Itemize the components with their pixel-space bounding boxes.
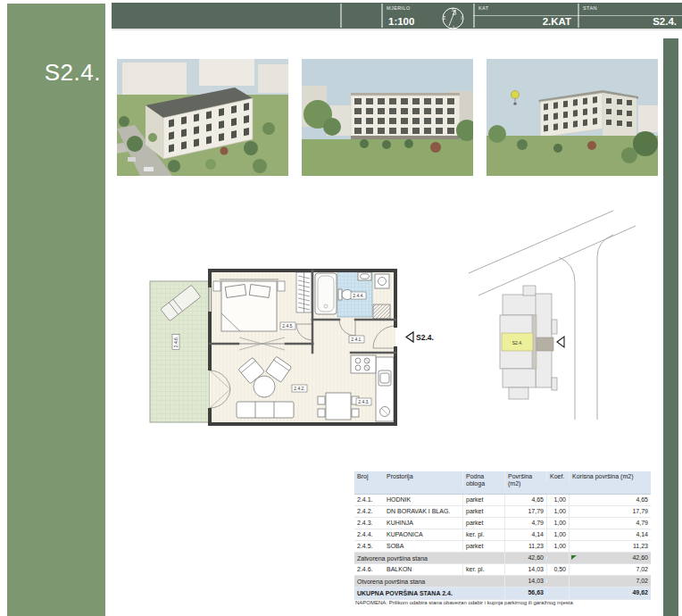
front-render-illustration [302, 59, 473, 176]
cell-korisna: 17,79 [569, 506, 651, 517]
svg-text:2.4.2.: 2.4.2. [294, 386, 305, 391]
cell-povrsina: 4,14 [504, 529, 546, 540]
total-area: 56,63 [504, 587, 546, 598]
table-row-kupaonica: 2.4.4. KUPAONICA ker. pl. 4,14 1,00 4,14 [354, 529, 651, 541]
cell-koef: 1,00 [546, 495, 569, 505]
cell-prostorija: BALKON [384, 564, 462, 575]
scale-label: MJERILO [387, 5, 411, 11]
cell-podna: parket [462, 506, 504, 517]
svg-text:2.4.6.: 2.4.6. [173, 337, 179, 348]
apartment-label: STAN [583, 5, 597, 11]
floorplan-sheet-page: { "sidebar": { "unit_label": "S2.4." }, … [0, 0, 682, 616]
entry-marker: S2.4. [406, 332, 434, 342]
room-label-dnevni: 2.4.2. [292, 385, 307, 392]
table-row-soba: 2.4.5. SOBA parket 11,23 1,00 11,23 [354, 541, 651, 553]
cell-podna: ker. pl. [462, 529, 504, 540]
subtotal-label: Zatvorena površina stana [354, 554, 504, 563]
col-header-korisna: Korisna površina (m2) [569, 471, 651, 482]
floor-label: KAT [478, 5, 489, 11]
cell-korisna: 7,02 [569, 564, 651, 575]
cell-korisna: 4,79 [569, 518, 651, 529]
col-header-podna: Podna obloga [462, 471, 504, 489]
side-render-illustration [487, 59, 658, 176]
cell-povrsina: 4,79 [504, 518, 546, 529]
cell-prostorija: HODNIK [384, 495, 462, 505]
room-label-kupaonica: 2.4.4. [351, 292, 366, 299]
subtotal-area: 42,60 [504, 553, 546, 563]
svg-text:2.4.1.: 2.4.1. [351, 337, 362, 342]
cell-korisna: 4,65 [569, 495, 651, 505]
svg-text:2.4.4.: 2.4.4. [353, 293, 364, 298]
total-label: UKUPNA POVRŠINA STANA 2.4. [354, 588, 504, 598]
cell-broj: 2.4.3. [354, 518, 384, 529]
apartment-value: S2.4. [653, 16, 677, 27]
col-header-prostorija: Prostorija [384, 471, 462, 482]
titlebar-divider [340, 4, 342, 28]
svg-text:2.4.5.: 2.4.5. [282, 323, 294, 329]
col-header-koef: Koef. [546, 471, 569, 482]
table-row-zatvorena: Zatvorena površina stana 42,60 42,60 [354, 553, 651, 564]
cell-koef: 1,00 [546, 518, 569, 529]
subtotal-area: 14,03 [504, 576, 546, 587]
cell-povrsina: 14,03 [504, 564, 546, 575]
installation-shaft [373, 304, 390, 319]
subtotal-label: Otvorena površina stana [354, 577, 504, 587]
titlebar: MJERILO 1:100 S I J Z KAT 2.KAT STAN S2.… [112, 3, 682, 30]
table-row-kuhinja: 2.4.3. KUHINJA parket 4,79 1,00 4,79 [354, 518, 651, 529]
cell-koef: 1,00 [546, 529, 569, 540]
total-korisna: 49,62 [569, 587, 651, 598]
titlebar-divider [381, 4, 383, 28]
cell-prostorija: KUPAONICA [384, 529, 462, 540]
double-bed [220, 279, 279, 331]
cell-koef: 1,00 [546, 541, 569, 552]
entry-label: S2.4. [416, 333, 434, 342]
coffee-table [254, 376, 275, 397]
comment-marker [571, 555, 577, 560]
cell-podna: parket [462, 541, 504, 552]
site-key-plan: S2.4. [464, 205, 665, 420]
wardrobe [296, 272, 312, 312]
cell-povrsina: 4,65 [504, 495, 546, 505]
subtotal-koef-empty [546, 556, 569, 560]
highlighted-unit: S2.4. [502, 333, 533, 351]
room-label-kuhinja: 2.4.3. [356, 398, 371, 405]
compass-east: I [462, 16, 462, 21]
table-row-hodnik: 2.4.1. HODNIK parket 4,65 1,00 4,65 [354, 495, 651, 506]
room-label-balkon: 2.4.6. [172, 335, 179, 350]
nightstand [278, 281, 285, 291]
subtotal-korisna: 7,02 [569, 576, 651, 587]
room-label-soba: 2.4.5. [280, 322, 295, 329]
cell-povrsina: 11,23 [504, 541, 546, 552]
cell-broj: 2.4.4. [354, 529, 384, 540]
washing-machine [375, 274, 389, 288]
site-entry-arrow [557, 337, 564, 347]
table-row-otvorena: Otvorena površina stana 14,03 7,02 [354, 576, 651, 587]
north-compass-icon: S I J Z [441, 6, 465, 30]
unit-connector [536, 337, 553, 351]
total-koef-empty [546, 592, 569, 595]
cell-korisna: 11,23 [569, 541, 651, 552]
building-render-front [302, 59, 473, 176]
table-row-total: UKUPNA POVRŠINA STANA 2.4. 56,63 49,62 [354, 587, 651, 600]
cell-podna: parket [462, 518, 504, 529]
scale-value: 1:100 [388, 16, 414, 27]
floor-value: 2.KAT [543, 16, 571, 27]
cell-broj: 2.4.6. [354, 564, 384, 575]
cell-korisna: 4,14 [569, 529, 651, 540]
cell-prostorija: DN BORAVAK I BLAG. [384, 506, 462, 517]
cell-podna: ker. pl. [462, 564, 504, 575]
col-header-broj: Broj [354, 471, 384, 482]
right-accent-band [663, 38, 678, 616]
table-footnote: NAPOMENA: Prilikom odabira stana obaveza… [355, 600, 659, 605]
subtotal-korisna: 42,60 [569, 553, 651, 563]
room-label-hodnik: 2.4.1. [349, 336, 364, 343]
cell-prostorija: SOBA [384, 541, 462, 552]
col-header-povrsina: Površina (m2) [504, 471, 546, 489]
sidebar-unit-band: S2.4. [7, 4, 105, 616]
cell-prostorija: KUHINJA [384, 518, 462, 529]
bathroom-sink [358, 272, 371, 280]
highlighted-unit-label: S2.4. [512, 340, 523, 345]
compass-south: J [452, 26, 453, 30]
sidebar-unit-label: S2.4. [7, 59, 105, 87]
hot-air-balloon [512, 91, 520, 99]
